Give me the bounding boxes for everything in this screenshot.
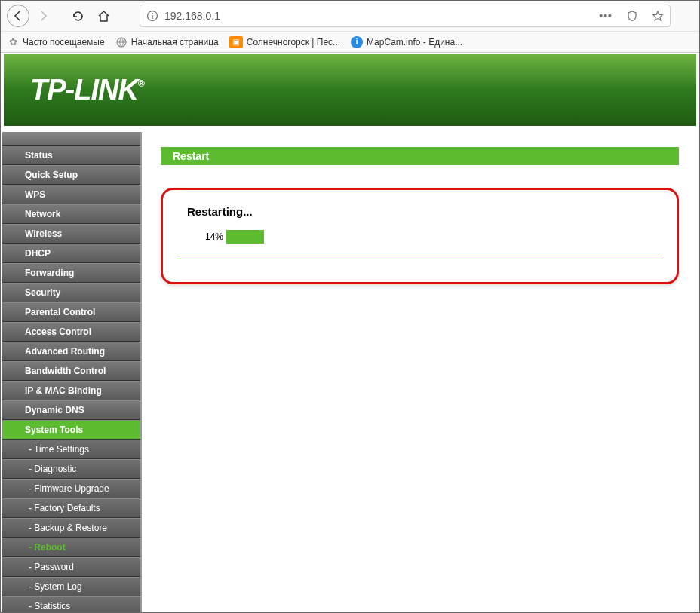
progress-track (226, 230, 498, 244)
svg-point-1 (152, 13, 153, 14)
more-icon[interactable]: ••• (599, 10, 612, 22)
sidebar-item-status[interactable]: Status (2, 146, 140, 165)
bookmark-home[interactable]: Начальная страница (115, 36, 219, 48)
progress-row: 14% (177, 230, 663, 244)
sidebar-item-ipmac[interactable]: IP & MAC Binding (2, 381, 140, 400)
sidebar-item-bandwidth[interactable]: Bandwidth Control (2, 361, 140, 381)
tplink-logo: TP-LINK® (30, 74, 144, 106)
router-page: TP-LINK® Status Quick Setup WPS Network … (1, 53, 699, 611)
back-button[interactable] (7, 5, 29, 27)
restart-title: Restarting... (177, 205, 663, 218)
sidebar: Status Quick Setup WPS Network Wireless … (2, 132, 142, 613)
info-badge-icon: i (351, 36, 363, 48)
home-icon (97, 10, 110, 23)
bookmark-solnechnogorsk[interactable]: ▣ Солнечногорск | Пес... (229, 36, 340, 48)
url-text: 192.168.0.1 (164, 10, 593, 22)
car-icon: ▣ (229, 36, 243, 48)
bookmark-label: MapCam.info - Едина... (367, 37, 462, 48)
sidebar-sub-backup[interactable]: - Backup & Restore (2, 518, 140, 538)
restart-highlight-box: Restarting... 14% (161, 188, 679, 284)
sidebar-item-routing[interactable]: Advanced Routing (2, 342, 140, 361)
sidebar-sub-syslog[interactable]: - System Log (2, 577, 140, 596)
sidebar-sub-reboot[interactable]: - Reboot (2, 538, 140, 557)
arrow-right-icon (37, 10, 49, 22)
progress-fill (226, 230, 264, 244)
forward-button[interactable] (31, 4, 55, 28)
bookmark-mapcam[interactable]: i MapCam.info - Едина... (351, 36, 462, 48)
sidebar-item-network[interactable]: Network (2, 204, 140, 224)
banner: TP-LINK® (4, 54, 696, 126)
sidebar-sub-password[interactable]: - Password (2, 557, 140, 577)
globe-icon (115, 36, 127, 48)
sidebar-sub-diag[interactable]: - Diagnostic (2, 459, 140, 479)
url-bar[interactable]: 192.168.0.1 ••• (140, 5, 671, 27)
sidebar-item-systemtools[interactable]: System Tools (2, 420, 140, 440)
sidebar-item-security[interactable]: Security (2, 283, 140, 302)
content-area: Restart Restarting... 14% (142, 132, 698, 613)
svg-rect-2 (152, 15, 152, 19)
bookmark-frequent[interactable]: ✿ Часто посещаемые (7, 36, 105, 48)
reload-icon (72, 10, 84, 23)
bookmark-label: Часто посещаемые (23, 37, 105, 48)
sidebar-sub-firmware[interactable]: - Firmware Upgrade (2, 479, 140, 498)
sidebar-sub-time[interactable]: - Time Settings (2, 440, 140, 459)
bookmark-label: Начальная страница (131, 37, 219, 48)
bookmarks-bar: ✿ Часто посещаемые Начальная страница ▣ … (1, 31, 699, 52)
sidebar-item-parental[interactable]: Parental Control (2, 302, 140, 322)
sidebar-item-wireless[interactable]: Wireless (2, 224, 140, 244)
bookmark-label: Солнечногорск | Пес... (247, 37, 340, 48)
sidebar-sub-stats[interactable]: - Statistics (2, 596, 140, 613)
sidebar-item-forwarding[interactable]: Forwarding (2, 263, 140, 283)
browser-chrome: 192.168.0.1 ••• ✿ Часто посещаемые Начал… (1, 1, 699, 53)
arrow-left-icon (12, 10, 24, 22)
progress-percent: 14% (199, 231, 226, 242)
star-icon[interactable] (652, 10, 664, 22)
sidebar-item-dhcp[interactable]: DHCP (2, 244, 140, 263)
shield-icon[interactable] (626, 10, 638, 22)
divider (177, 259, 663, 259)
sidebar-item-wps[interactable]: WPS (2, 185, 140, 204)
section-header: Restart (161, 147, 679, 165)
info-icon (146, 10, 158, 22)
gear-icon: ✿ (7, 36, 19, 48)
sidebar-item-quicksetup[interactable]: Quick Setup (2, 165, 140, 185)
url-actions: ••• (599, 10, 664, 22)
home-button[interactable] (91, 4, 115, 28)
sidebar-spacer (2, 132, 140, 146)
sidebar-sub-factory[interactable]: - Factory Defaults (2, 498, 140, 518)
sidebar-item-ddns[interactable]: Dynamic DNS (2, 400, 140, 420)
reload-button[interactable] (66, 4, 90, 28)
sidebar-item-access[interactable]: Access Control (2, 322, 140, 342)
browser-toolbar: 192.168.0.1 ••• (1, 1, 699, 31)
